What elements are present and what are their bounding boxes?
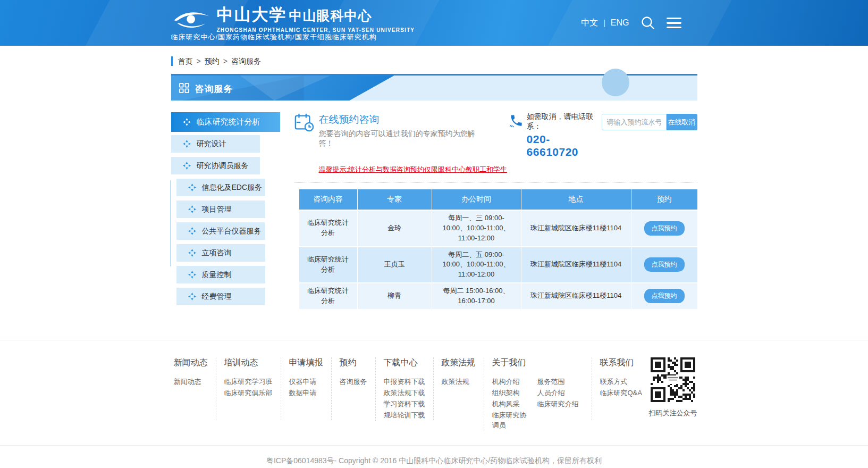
footer-column-title: 培训动态 — [224, 357, 273, 369]
plus-star-icon — [183, 162, 191, 170]
footer-link[interactable]: 申报资料下载 — [384, 377, 425, 387]
breadcrumb-separator: > — [197, 57, 201, 65]
sidebar-item-label: 研究协调员服务 — [197, 161, 249, 171]
book-me-button[interactable]: 点我预约 — [644, 221, 685, 236]
table-cell-content: 临床研究统计分析 — [299, 283, 358, 309]
sidebar-item-label: 项目管理 — [202, 205, 232, 214]
table-cell-expert: 柳青 — [358, 283, 432, 309]
breadcrumb-item[interactable]: 咨询服务 — [231, 57, 261, 65]
qr-code — [651, 357, 695, 402]
footer-link[interactable]: 临床研究俱乐部 — [224, 388, 273, 398]
breadcrumb-item[interactable]: 预约 — [205, 57, 220, 65]
lang-separator: | — [603, 19, 605, 27]
footer-link[interactable]: 政策法规 — [442, 377, 476, 387]
table-row: 临床研究统计分析王贞玉每周二、五 09:00-10:00、10:00-11:00… — [299, 247, 697, 283]
search-icon[interactable] — [640, 15, 656, 31]
plus-star-icon — [188, 227, 196, 235]
sidebar-item-9[interactable]: 经费管理 — [176, 288, 265, 305]
footer-link[interactable]: 机构介绍 — [492, 377, 529, 387]
consultation-table: 咨询内容专家办公时间地点预约临床研究统计分析金玲每周一、三 09:00-10:0… — [299, 189, 697, 309]
qr-caption: 扫码关注公众号 — [649, 408, 697, 418]
grid-icon — [179, 82, 190, 96]
eye-logo-icon — [171, 7, 213, 36]
table-cell-location: 珠江新城院区临床楼11楼1104 — [521, 247, 631, 283]
book-me-button[interactable]: 点我预约 — [644, 289, 685, 303]
table-cell-location: 珠江新城院区临床楼11楼1104 — [521, 211, 631, 246]
sidebar-item-6[interactable]: 公共平台仪器服务 — [176, 222, 265, 240]
footer-link[interactable]: 临床研究Q&A — [600, 388, 642, 398]
qr-code-box: 扫码关注公众号 — [649, 357, 697, 418]
breadcrumb-item[interactable]: 首页 — [178, 57, 193, 65]
footer-link[interactable]: 学习资料下载 — [384, 399, 425, 409]
footer-links: 咨询服务 — [340, 377, 367, 387]
sidebar-item-2[interactable]: 研究设计 — [171, 135, 260, 153]
footer-column-1: 新闻动态新闻动态 — [171, 357, 216, 420]
footer-links: 仪器申请数据申请 — [289, 377, 323, 398]
sidebar-item-8[interactable]: 质量控制 — [176, 266, 265, 283]
footer-column-3: 申请填报仪器申请数据申请 — [281, 357, 331, 420]
footer-link[interactable]: 人员介绍 — [537, 388, 584, 398]
footer-link[interactable]: 临床研究介绍 — [537, 399, 584, 409]
sidebar-item-label: 临床研究统计分析 — [197, 117, 260, 127]
footer-links: 政策法规 — [442, 377, 476, 387]
footer-column-8: 联系我们联系方式临床研究Q&A — [592, 357, 650, 420]
footer-link[interactable]: 临床研究协调员 — [492, 410, 529, 430]
lang-en-link[interactable]: ENG — [611, 18, 629, 28]
plus-star-icon — [188, 183, 196, 191]
footer-link[interactable]: 联系方式 — [600, 377, 642, 387]
dotted-divider — [294, 182, 697, 183]
sidebar-item-4[interactable]: 信息化及EDC服务 — [176, 179, 265, 196]
sidebar-item-label: 立项咨询 — [202, 248, 232, 258]
table-cell-content: 临床研究统计分析 — [299, 211, 358, 246]
table-cell-action: 点我预约 — [631, 283, 697, 309]
footer-links-grid: 机构介绍服务范围组织架构人员介绍机构风采临床研究介绍临床研究协调员 — [492, 377, 584, 431]
booking-serial-input[interactable] — [602, 114, 667, 130]
lang-zh-link[interactable]: 中文 — [581, 18, 598, 29]
footer-links: 申报资料下载政策法规下载学习资料下载规培轮训下载 — [384, 377, 425, 420]
footer-link[interactable]: 临床研究学习班 — [224, 377, 273, 387]
sidebar-item-3[interactable]: 研究协调员服务 — [171, 157, 260, 174]
table-row: 临床研究统计分析金玲每周一、三 09:00-10:00、10:00-11:00、… — [299, 211, 697, 246]
sidebar-item-label: 信息化及EDC服务 — [202, 183, 263, 193]
copyright-text: 粤ICP备06014983号- Copyright © 2016 中山眼科中心临… — [0, 445, 868, 468]
sidebar-rail — [170, 180, 171, 266]
footer-link[interactable]: 仪器申请 — [289, 377, 323, 387]
site-logo[interactable]: 中山大学 中山眼科中心 ZHONGSHAN OPHTHALMIC CENTER,… — [171, 4, 415, 36]
footer-link[interactable]: 政策法规下载 — [384, 388, 425, 398]
sidebar-item-label: 经费管理 — [202, 292, 232, 302]
footer-link[interactable]: 咨询服务 — [340, 377, 367, 387]
online-cancel-button[interactable]: 在线取消 — [667, 114, 697, 130]
table-header-row: 咨询内容专家办公时间地点预约 — [299, 189, 697, 210]
table-cell-expert: 金玲 — [358, 211, 432, 246]
sidebar-item-label: 质量控制 — [202, 270, 232, 280]
sidebar-item-1[interactable]: 临床研究统计分析 — [171, 112, 280, 132]
footer-link[interactable]: 规培轮训下载 — [384, 410, 425, 420]
logo-center-name: 中山眼科中心 — [289, 7, 372, 24]
table-cell-time: 每周二 15:00-16:00、16:00-17:00 — [432, 283, 521, 309]
footer-link[interactable]: 服务范围 — [537, 377, 584, 387]
footer-link[interactable]: 数据申请 — [289, 388, 323, 398]
breadcrumb: 首页>预约>咨询服务 — [171, 56, 697, 66]
table-cell-action: 点我预约 — [631, 211, 697, 246]
main-content: 在线预约咨询 您要咨询的内容可以通过我们的专家预约为您解答！ — [280, 112, 697, 325]
plus-star-icon — [188, 249, 196, 257]
table-header-cell: 预约 — [631, 189, 697, 210]
footer-column-title: 关于我们 — [492, 357, 584, 369]
footer-column-2: 培训动态临床研究学习班临床研究俱乐部 — [216, 357, 281, 420]
sidebar-item-7[interactable]: 立项咨询 — [176, 244, 265, 262]
table-cell-time: 每周二、五 09:00-10:00、10:00-11:00、11:00-12:0… — [432, 247, 521, 283]
sidebar-item-5[interactable]: 项目管理 — [176, 200, 265, 218]
menu-icon[interactable] — [667, 18, 681, 29]
footer-link[interactable]: 组织架构 — [492, 388, 529, 398]
book-me-button[interactable]: 点我预约 — [644, 257, 685, 272]
table-header-cell: 专家 — [358, 189, 432, 210]
footer-link[interactable]: 新闻动态 — [174, 377, 208, 387]
footer-link[interactable]: 机构风采 — [492, 399, 529, 409]
footer-column-7: 关于我们机构介绍服务范围组织架构人员介绍机构风采临床研究介绍临床研究协调员 — [484, 357, 592, 431]
table-cell-expert: 王贞玉 — [358, 247, 432, 283]
plus-star-icon — [188, 205, 196, 213]
notice-text: 温馨提示:统计分析与数据咨询预约仅限眼科中心教职工和学生 — [319, 165, 697, 174]
table-header-cell: 办公时间 — [432, 189, 521, 210]
logo-university-name: 中山大学 — [217, 4, 287, 26]
table-cell-content: 临床研究统计分析 — [299, 247, 358, 283]
